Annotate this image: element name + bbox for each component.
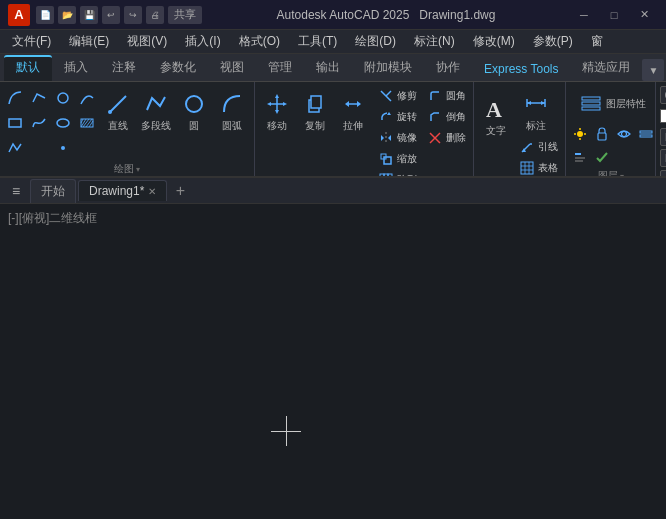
svg-point-0 bbox=[58, 93, 68, 103]
copy-icon bbox=[301, 90, 329, 118]
arc-icon bbox=[218, 90, 246, 118]
transparency-row: 0 bbox=[660, 170, 666, 178]
rect-btn[interactable] bbox=[4, 113, 26, 133]
polyline2-btn[interactable] bbox=[4, 138, 50, 158]
menu-tools[interactable]: 工具(T) bbox=[290, 31, 345, 52]
leader-icon bbox=[519, 139, 535, 155]
tab-start[interactable]: 开始 bbox=[30, 179, 76, 203]
scale-button[interactable]: 缩放 bbox=[375, 149, 420, 169]
spline-btn[interactable] bbox=[28, 113, 50, 133]
svg-rect-48 bbox=[521, 162, 533, 174]
modify-small-tools: 修剪 旋转 bbox=[375, 86, 420, 178]
menu-view[interactable]: 视图(V) bbox=[119, 31, 175, 52]
maximize-button[interactable]: □ bbox=[600, 5, 628, 25]
menu-file[interactable]: 文件(F) bbox=[4, 31, 59, 52]
menu-draw[interactable]: 绘图(D) bbox=[347, 31, 404, 52]
tab-addons[interactable]: 附加模块 bbox=[352, 55, 424, 81]
add-tab-button[interactable]: + bbox=[169, 180, 191, 202]
menu-window[interactable]: 窗 bbox=[583, 31, 611, 52]
draw-shapes-row2 bbox=[4, 111, 98, 135]
linetype-dropdown[interactable]: ByLayer ▼ bbox=[660, 128, 666, 146]
layer-visibility-btn[interactable] bbox=[614, 124, 634, 144]
ribbon-group-properties: 0 ▼ ByLayer ▼ ByLayer ▼ bbox=[656, 82, 666, 176]
erase-button[interactable]: 删除 bbox=[424, 128, 469, 148]
text-label: 文字 bbox=[486, 125, 506, 137]
tab-parametric[interactable]: 参数化 bbox=[148, 55, 208, 81]
polyline-button[interactable]: 多段线 bbox=[138, 86, 174, 136]
close-button[interactable]: ✕ bbox=[630, 5, 658, 25]
layer-match-btn[interactable] bbox=[570, 147, 590, 167]
array-button[interactable]: 阵列 bbox=[375, 170, 420, 178]
tab-express-tools[interactable]: Express Tools bbox=[472, 58, 570, 81]
layer-lock-btn[interactable] bbox=[592, 124, 612, 144]
svg-text:A: A bbox=[486, 97, 502, 122]
draw-top-row: 直线 多段线 圆 bbox=[100, 86, 250, 136]
trim-button[interactable]: 修剪 bbox=[375, 86, 420, 106]
draw-group-label[interactable]: 绘图 ▾ bbox=[4, 160, 250, 176]
undo-icon[interactable]: ↩ bbox=[102, 6, 120, 24]
line-curve-btn[interactable] bbox=[4, 88, 26, 108]
stretch-button[interactable]: 拉伸 bbox=[335, 86, 371, 136]
line-button[interactable]: 直线 bbox=[100, 86, 136, 136]
point-btn[interactable] bbox=[52, 138, 98, 158]
open-icon[interactable]: 📂 bbox=[58, 6, 76, 24]
svg-marker-13 bbox=[275, 94, 279, 98]
rotate-button[interactable]: 旋转 bbox=[375, 107, 420, 127]
tab-output[interactable]: 输出 bbox=[304, 55, 352, 81]
copy-button[interactable]: 复制 bbox=[297, 86, 333, 136]
svg-rect-30 bbox=[384, 157, 391, 164]
svg-rect-63 bbox=[640, 131, 652, 133]
table-button[interactable]: 表格 bbox=[516, 158, 561, 178]
ribbon-collapse-button[interactable]: ▼ bbox=[642, 59, 664, 81]
tab-view[interactable]: 视图 bbox=[208, 55, 256, 81]
redo-icon[interactable]: ↪ bbox=[124, 6, 142, 24]
hatch-btn[interactable] bbox=[76, 113, 98, 133]
minimize-button[interactable]: ─ bbox=[570, 5, 598, 25]
new-icon[interactable]: 📄 bbox=[36, 6, 54, 24]
layer-sun-btn[interactable] bbox=[570, 124, 590, 144]
plot-icon[interactable]: 🖨 bbox=[146, 6, 164, 24]
tab-close-icon[interactable]: ✕ bbox=[148, 186, 156, 197]
layer-properties-icon bbox=[580, 93, 602, 115]
menu-dimension[interactable]: 标注(N) bbox=[406, 31, 463, 52]
circle-button[interactable]: 圆 bbox=[176, 86, 212, 136]
layer-properties-button[interactable]: 图层特性 bbox=[570, 86, 656, 122]
chamfer-button[interactable]: 倒角 bbox=[424, 107, 469, 127]
lineweight-dropdown[interactable]: ByLayer ▼ bbox=[660, 149, 666, 167]
chamfer-icon bbox=[427, 109, 443, 125]
menu-params[interactable]: 参数(P) bbox=[525, 31, 581, 52]
menu-format[interactable]: 格式(O) bbox=[231, 31, 288, 52]
mirror-button[interactable]: 镜像 bbox=[375, 128, 420, 148]
menu-edit[interactable]: 编辑(E) bbox=[61, 31, 117, 52]
menu-insert[interactable]: 插入(I) bbox=[177, 31, 228, 52]
hamburger-button[interactable]: ≡ bbox=[4, 180, 28, 202]
tab-collaborate[interactable]: 协作 bbox=[424, 55, 472, 81]
menu-modify[interactable]: 修改(M) bbox=[465, 31, 523, 52]
fillet-button[interactable]: 圆角 bbox=[424, 86, 469, 106]
layer-current-btn[interactable] bbox=[592, 147, 612, 167]
save-icon[interactable]: 💾 bbox=[80, 6, 98, 24]
tab-insert[interactable]: 插入 bbox=[52, 55, 100, 81]
layers-group-label[interactable]: 图层 ▾ bbox=[570, 167, 651, 178]
ellipse-btn[interactable] bbox=[52, 113, 74, 133]
leader-button[interactable]: 引线 bbox=[516, 137, 561, 157]
transparency-value[interactable]: 0 bbox=[660, 170, 666, 178]
arc-button[interactable]: 圆弧 bbox=[214, 86, 250, 136]
polyline-curve-btn[interactable] bbox=[28, 88, 50, 108]
layer-dropdown[interactable]: 0 ▼ bbox=[660, 86, 666, 104]
text-button[interactable]: A 文字 bbox=[478, 86, 514, 146]
draw-tools: 直线 多段线 圆 bbox=[4, 86, 250, 160]
arc-curve-btn[interactable] bbox=[76, 88, 98, 108]
share-icon[interactable]: 共享 bbox=[168, 6, 202, 24]
dimension-button[interactable]: 标注 bbox=[516, 86, 556, 136]
layer-isolate-btn[interactable] bbox=[636, 124, 656, 144]
move-button[interactable]: 移动 bbox=[259, 86, 295, 136]
tab-featured-apps[interactable]: 精选应用 bbox=[570, 55, 642, 81]
tab-annotation[interactable]: 注释 bbox=[100, 55, 148, 81]
tab-manage[interactable]: 管理 bbox=[256, 55, 304, 81]
erase-icon bbox=[427, 130, 443, 146]
drawing-canvas[interactable]: [-][俯视]二维线框 bbox=[0, 204, 666, 519]
tab-drawing1[interactable]: Drawing1* ✕ bbox=[78, 180, 167, 201]
tab-default[interactable]: 默认 bbox=[4, 55, 52, 81]
circle-curve-btn[interactable] bbox=[52, 88, 74, 108]
